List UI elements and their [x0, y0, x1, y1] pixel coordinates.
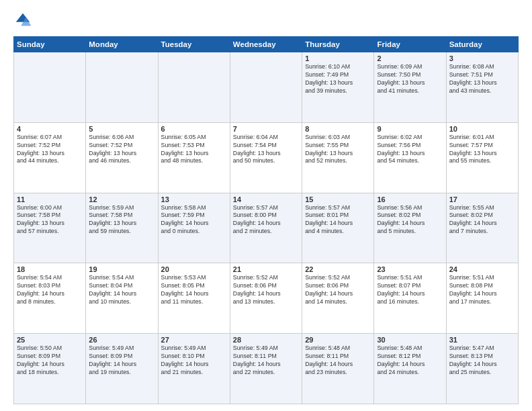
day-content: Sunrise: 6:10 AM Sunset: 7:49 PM Dayligh… [305, 63, 353, 94]
col-header-monday: Monday [86, 37, 158, 52]
day-content: Sunrise: 5:48 AM Sunset: 8:11 PM Dayligh… [305, 345, 353, 375]
week-row-3: 11Sunrise: 6:00 AM Sunset: 7:58 PM Dayli… [14, 193, 519, 263]
day-cell: 27Sunrise: 5:49 AM Sunset: 8:10 PM Dayli… [158, 334, 230, 404]
header-row: SundayMondayTuesdayWednesdayThursdayFrid… [14, 37, 519, 52]
day-cell: 4Sunrise: 6:07 AM Sunset: 7:52 PM Daylig… [14, 122, 86, 193]
day-cell: 17Sunrise: 5:55 AM Sunset: 8:02 PM Dayli… [446, 193, 518, 263]
day-number: 24 [449, 265, 515, 273]
day-number: 12 [89, 195, 154, 203]
day-cell: 31Sunrise: 5:47 AM Sunset: 8:13 PM Dayli… [446, 334, 518, 404]
day-cell: 6Sunrise: 6:05 AM Sunset: 7:53 PM Daylig… [158, 122, 230, 193]
day-number: 14 [233, 195, 299, 203]
day-number: 8 [305, 125, 371, 133]
day-content: Sunrise: 5:51 AM Sunset: 8:08 PM Dayligh… [449, 274, 497, 305]
day-content: Sunrise: 6:08 AM Sunset: 7:51 PM Dayligh… [449, 63, 497, 94]
calendar-table: SundayMondayTuesdayWednesdayThursdayFrid… [13, 36, 519, 404]
header [13, 11, 519, 30]
day-content: Sunrise: 5:52 AM Sunset: 8:06 PM Dayligh… [233, 274, 281, 305]
day-content: Sunrise: 6:04 AM Sunset: 7:54 PM Dayligh… [233, 134, 281, 165]
day-cell: 2Sunrise: 6:09 AM Sunset: 7:50 PM Daylig… [374, 52, 446, 123]
day-number: 6 [161, 125, 227, 133]
week-row-4: 18Sunrise: 5:54 AM Sunset: 8:03 PM Dayli… [14, 263, 519, 334]
day-cell: 10Sunrise: 6:01 AM Sunset: 7:57 PM Dayli… [446, 122, 518, 193]
day-cell [86, 52, 158, 123]
day-content: Sunrise: 5:58 AM Sunset: 7:59 PM Dayligh… [161, 204, 209, 235]
day-content: Sunrise: 6:05 AM Sunset: 7:53 PM Dayligh… [161, 134, 209, 165]
day-content: Sunrise: 5:53 AM Sunset: 8:05 PM Dayligh… [161, 274, 209, 305]
day-number: 30 [377, 336, 443, 344]
day-cell: 19Sunrise: 5:54 AM Sunset: 8:04 PM Dayli… [86, 263, 158, 334]
day-cell: 24Sunrise: 5:51 AM Sunset: 8:08 PM Dayli… [446, 263, 518, 334]
day-cell: 23Sunrise: 5:51 AM Sunset: 8:07 PM Dayli… [374, 263, 446, 334]
page: SundayMondayTuesdayWednesdayThursdayFrid… [0, 0, 532, 411]
day-number: 17 [449, 195, 515, 203]
logo-icon [13, 11, 32, 30]
day-cell: 11Sunrise: 6:00 AM Sunset: 7:58 PM Dayli… [14, 193, 86, 263]
day-content: Sunrise: 5:59 AM Sunset: 7:58 PM Dayligh… [89, 204, 136, 235]
day-content: Sunrise: 6:06 AM Sunset: 7:52 PM Dayligh… [89, 134, 136, 165]
day-number: 21 [233, 265, 299, 273]
day-number: 11 [17, 195, 83, 203]
day-number: 3 [449, 54, 515, 62]
day-cell: 1Sunrise: 6:10 AM Sunset: 7:49 PM Daylig… [302, 52, 374, 123]
day-cell: 13Sunrise: 5:58 AM Sunset: 7:59 PM Dayli… [158, 193, 230, 263]
col-header-friday: Friday [374, 37, 446, 52]
day-number: 13 [161, 195, 227, 203]
day-cell: 15Sunrise: 5:57 AM Sunset: 8:01 PM Dayli… [302, 193, 374, 263]
day-cell: 21Sunrise: 5:52 AM Sunset: 8:06 PM Dayli… [230, 263, 302, 334]
col-header-thursday: Thursday [302, 37, 374, 52]
day-content: Sunrise: 5:54 AM Sunset: 8:04 PM Dayligh… [89, 274, 136, 305]
day-cell: 3Sunrise: 6:08 AM Sunset: 7:51 PM Daylig… [446, 52, 518, 123]
day-cell: 28Sunrise: 5:49 AM Sunset: 8:11 PM Dayli… [230, 334, 302, 404]
day-cell: 12Sunrise: 5:59 AM Sunset: 7:58 PM Dayli… [86, 193, 158, 263]
day-content: Sunrise: 6:07 AM Sunset: 7:52 PM Dayligh… [17, 134, 64, 165]
day-cell: 25Sunrise: 5:50 AM Sunset: 8:09 PM Dayli… [14, 334, 86, 404]
day-content: Sunrise: 6:02 AM Sunset: 7:56 PM Dayligh… [377, 134, 425, 165]
day-number: 19 [89, 265, 154, 273]
day-cell [14, 52, 86, 123]
day-number: 10 [449, 125, 515, 133]
day-number: 26 [89, 336, 154, 344]
day-cell: 20Sunrise: 5:53 AM Sunset: 8:05 PM Dayli… [158, 263, 230, 334]
day-number: 5 [89, 125, 154, 133]
day-content: Sunrise: 5:47 AM Sunset: 8:13 PM Dayligh… [449, 345, 497, 375]
day-number: 28 [233, 336, 299, 344]
day-content: Sunrise: 5:49 AM Sunset: 8:10 PM Dayligh… [161, 345, 209, 375]
day-cell: 16Sunrise: 5:56 AM Sunset: 8:02 PM Dayli… [374, 193, 446, 263]
day-number: 18 [17, 265, 83, 273]
day-content: Sunrise: 6:01 AM Sunset: 7:57 PM Dayligh… [449, 134, 497, 165]
day-content: Sunrise: 5:56 AM Sunset: 8:02 PM Dayligh… [377, 204, 425, 235]
day-number: 27 [161, 336, 227, 344]
day-number: 15 [305, 195, 371, 203]
day-number: 22 [305, 265, 371, 273]
week-row-1: 1Sunrise: 6:10 AM Sunset: 7:49 PM Daylig… [14, 52, 519, 123]
day-content: Sunrise: 5:55 AM Sunset: 8:02 PM Dayligh… [449, 204, 497, 235]
day-cell [158, 52, 230, 123]
day-content: Sunrise: 5:48 AM Sunset: 8:12 PM Dayligh… [377, 345, 425, 375]
day-cell: 18Sunrise: 5:54 AM Sunset: 8:03 PM Dayli… [14, 263, 86, 334]
day-cell: 22Sunrise: 5:52 AM Sunset: 8:06 PM Dayli… [302, 263, 374, 334]
day-number: 31 [449, 336, 515, 344]
day-number: 1 [305, 54, 371, 62]
day-content: Sunrise: 6:03 AM Sunset: 7:55 PM Dayligh… [305, 134, 353, 165]
day-cell: 5Sunrise: 6:06 AM Sunset: 7:52 PM Daylig… [86, 122, 158, 193]
day-content: Sunrise: 5:50 AM Sunset: 8:09 PM Dayligh… [17, 345, 64, 375]
day-number: 25 [17, 336, 83, 344]
day-content: Sunrise: 6:09 AM Sunset: 7:50 PM Dayligh… [377, 63, 425, 94]
day-content: Sunrise: 5:49 AM Sunset: 8:11 PM Dayligh… [233, 345, 281, 375]
day-cell [230, 52, 302, 123]
day-content: Sunrise: 6:00 AM Sunset: 7:58 PM Dayligh… [17, 204, 64, 235]
day-content: Sunrise: 5:51 AM Sunset: 8:07 PM Dayligh… [377, 274, 425, 305]
day-number: 9 [377, 125, 443, 133]
day-content: Sunrise: 5:57 AM Sunset: 8:01 PM Dayligh… [305, 204, 353, 235]
day-number: 16 [377, 195, 443, 203]
col-header-wednesday: Wednesday [230, 37, 302, 52]
day-cell: 14Sunrise: 5:57 AM Sunset: 8:00 PM Dayli… [230, 193, 302, 263]
day-content: Sunrise: 5:52 AM Sunset: 8:06 PM Dayligh… [305, 274, 353, 305]
day-number: 23 [377, 265, 443, 273]
day-number: 20 [161, 265, 227, 273]
day-number: 29 [305, 336, 371, 344]
logo [13, 11, 35, 30]
day-content: Sunrise: 5:54 AM Sunset: 8:03 PM Dayligh… [17, 274, 64, 305]
day-number: 7 [233, 125, 299, 133]
